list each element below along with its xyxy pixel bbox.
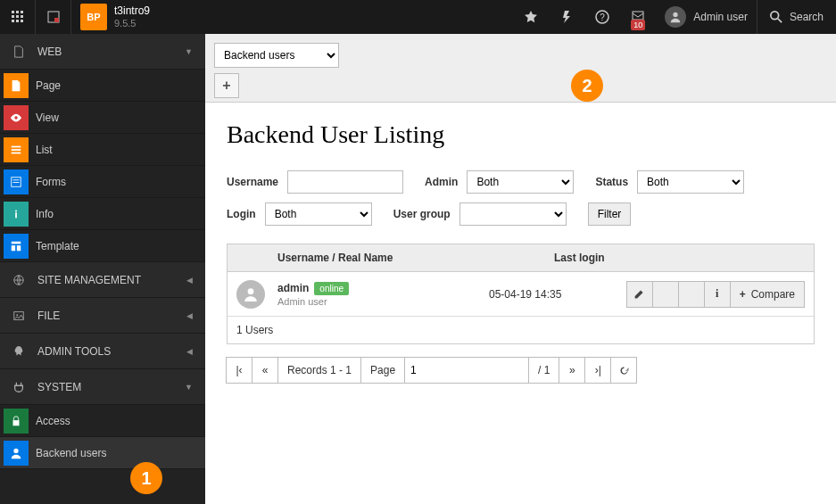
help-icon[interactable]: ? xyxy=(584,0,620,34)
page-total: / 1 xyxy=(528,357,559,384)
topbar: BP t3intro9 9.5.5 ? 10 Admin user Search xyxy=(0,0,836,34)
sidebar-item-info[interactable]: Info xyxy=(0,198,205,230)
svg-rect-22 xyxy=(13,182,20,183)
svg-point-14 xyxy=(674,12,678,17)
page-label: Page xyxy=(360,357,405,384)
section-web[interactable]: WEB ▼ xyxy=(0,34,205,70)
chevron-down-icon: ▼ xyxy=(185,47,193,56)
section-label: FILE xyxy=(37,310,60,322)
svg-rect-31 xyxy=(13,420,20,426)
notifications-icon[interactable]: 10 xyxy=(620,0,656,34)
sidebar-item-access[interactable]: Access xyxy=(0,405,205,437)
file-icon xyxy=(12,45,25,58)
admin-select[interactable]: Both xyxy=(467,170,574,194)
admin-label: Admin xyxy=(425,176,458,188)
svg-rect-6 xyxy=(12,20,14,22)
user-menu[interactable]: Admin user xyxy=(656,0,757,34)
section-system[interactable]: SYSTEM ▼ xyxy=(0,369,205,405)
svg-point-15 xyxy=(771,12,779,20)
svg-rect-21 xyxy=(13,179,20,180)
sidebar-item-view[interactable]: View xyxy=(0,102,205,134)
add-button[interactable]: + xyxy=(214,73,239,98)
row-username: admin xyxy=(277,282,309,294)
section-file[interactable]: FILE ◀ xyxy=(0,298,205,334)
sidebar-item-list[interactable]: List xyxy=(0,134,205,166)
action-button[interactable] xyxy=(652,281,679,308)
svg-rect-10 xyxy=(54,18,59,22)
svg-rect-8 xyxy=(21,20,23,22)
table-row: adminonline Admin user 05-04-19 14:35 i … xyxy=(228,272,814,317)
section-site-management[interactable]: SITE MANAGEMENT ◀ xyxy=(0,262,205,298)
star-icon[interactable] xyxy=(513,0,549,34)
module-select[interactable]: Backend users xyxy=(214,43,339,68)
username-label: Username xyxy=(227,176,278,188)
first-page-button[interactable]: |‹ xyxy=(226,357,252,384)
table-footer: 1 Users xyxy=(228,317,814,343)
flash-icon[interactable] xyxy=(549,0,584,34)
svg-point-30 xyxy=(16,314,18,316)
sidebar-item-template[interactable]: Template xyxy=(0,230,205,262)
globe-icon xyxy=(12,274,25,286)
th-lastlogin: Last login xyxy=(545,244,724,271)
page-title: Backend User Listing xyxy=(227,120,815,149)
usergroup-label: User group xyxy=(393,208,451,220)
records-label: Records 1 - 1 xyxy=(277,357,361,384)
version: 9.5.5 xyxy=(114,18,150,29)
edit-button[interactable] xyxy=(626,281,653,308)
notif-badge: 10 xyxy=(631,20,645,30)
next-page-button[interactable]: » xyxy=(559,357,585,384)
login-select[interactable]: Both xyxy=(265,202,372,226)
svg-rect-0 xyxy=(12,11,14,13)
svg-point-32 xyxy=(13,448,18,452)
username-input[interactable] xyxy=(287,170,403,194)
section-label: SYSTEM xyxy=(37,381,81,393)
logo[interactable]: BP t3intro9 9.5.5 xyxy=(71,0,159,34)
row-lastlogin: 05-04-19 14:35 xyxy=(480,283,618,306)
sidebar-item-backend-users[interactable]: Backend users xyxy=(0,437,205,469)
svg-rect-2 xyxy=(21,11,23,13)
svg-point-33 xyxy=(248,288,254,294)
th-username: Username / Real Name xyxy=(269,244,545,271)
modules-grid-icon[interactable] xyxy=(0,0,36,34)
compare-button[interactable]: +Compare xyxy=(730,281,805,308)
svg-rect-3 xyxy=(12,15,14,18)
user-label: Admin user xyxy=(693,11,748,23)
section-label: SITE MANAGEMENT xyxy=(37,274,141,286)
user-table: Username / Real Name Last login adminonl… xyxy=(227,244,815,344)
search-box[interactable]: Search xyxy=(757,0,836,34)
status-select[interactable]: Both xyxy=(637,170,744,194)
filters: Username Admin Both Status Both Login Bo… xyxy=(227,170,815,226)
section-web-label: WEB xyxy=(37,45,62,58)
chevron-left-icon: ◀ xyxy=(186,276,193,285)
svg-rect-27 xyxy=(17,245,21,251)
svg-rect-23 xyxy=(15,210,17,211)
bookmark-panel-icon[interactable] xyxy=(36,0,71,34)
sidebar-item-page[interactable]: Page xyxy=(0,70,205,102)
page-input[interactable] xyxy=(404,357,529,384)
section-admin-tools[interactable]: ADMIN TOOLS ◀ xyxy=(0,334,205,369)
sidebar-item-forms[interactable]: Forms xyxy=(0,166,205,198)
chevron-left-icon: ◀ xyxy=(186,311,193,320)
user-avatar-icon xyxy=(665,6,686,28)
chevron-left-icon: ◀ xyxy=(186,347,193,356)
svg-rect-1 xyxy=(16,11,19,13)
rocket-icon xyxy=(12,345,25,358)
chevron-down-icon: ▼ xyxy=(185,383,193,392)
plug-icon xyxy=(12,381,25,393)
last-page-button[interactable]: ›| xyxy=(584,357,611,384)
status-badge: online xyxy=(314,282,349,295)
search-icon xyxy=(770,11,782,23)
action-button[interactable] xyxy=(678,281,705,308)
refresh-button[interactable] xyxy=(610,357,637,384)
section-label: ADMIN TOOLS xyxy=(37,345,111,358)
row-realname: Admin user xyxy=(277,296,471,307)
site-name: t3intro9 xyxy=(114,4,150,17)
search-placeholder: Search xyxy=(790,11,824,23)
usergroup-select[interactable] xyxy=(459,202,567,226)
avatar-icon xyxy=(236,280,265,309)
image-icon xyxy=(12,310,25,322)
status-label: Status xyxy=(595,176,628,188)
prev-page-button[interactable]: « xyxy=(252,357,278,384)
filter-button[interactable]: Filter xyxy=(588,202,632,226)
info-button[interactable]: i xyxy=(704,281,731,308)
